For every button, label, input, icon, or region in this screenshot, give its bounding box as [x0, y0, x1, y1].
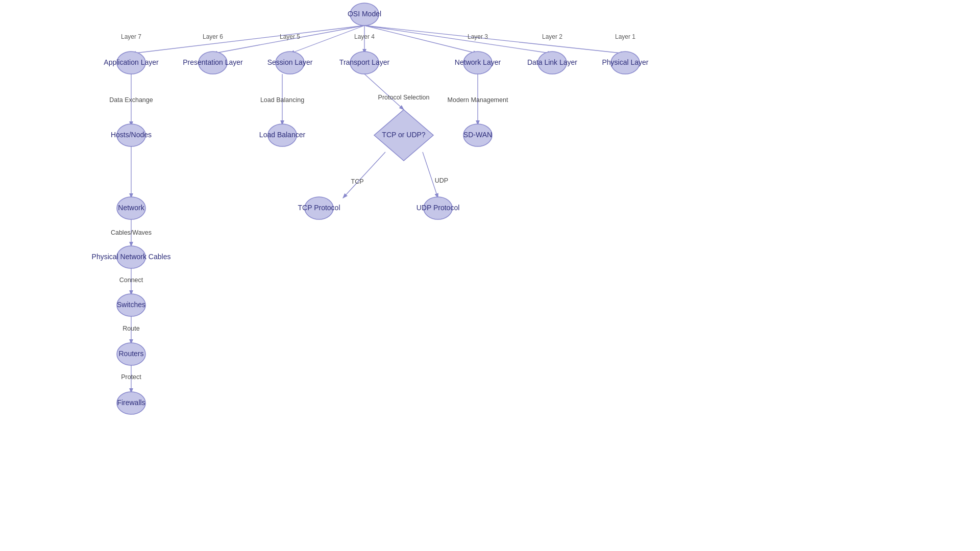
osi-model-label: OSI Model — [348, 10, 381, 18]
layer3-label: Layer 3 — [468, 33, 488, 40]
load-balancing-label: Load Balancing — [260, 96, 304, 104]
physical-network-cables-label: Physical Network Cables — [92, 253, 171, 261]
hosts-nodes-label: Hosts/Nodes — [111, 131, 152, 139]
load-balancer-label: Load Balancer — [259, 131, 306, 139]
udp-protocol-label: UDP Protocol — [416, 204, 460, 212]
transport-to-tcpudp-line — [364, 74, 404, 110]
data-exchange-label: Data Exchange — [109, 96, 153, 104]
layer7-label: Layer 7 — [121, 33, 141, 40]
network-layer-label: Network Layer — [455, 58, 501, 66]
connect-label: Connect — [119, 277, 143, 284]
firewalls-label: Firewalls — [117, 398, 145, 407]
layer1-label: Layer 1 — [615, 33, 635, 40]
tcpudp-to-tcp-line — [343, 152, 385, 198]
sd-wan-label: SD-WAN — [463, 131, 492, 139]
transport-layer-label: Transport Layer — [339, 58, 390, 66]
layer2-label: Layer 2 — [542, 33, 562, 40]
presentation-layer-label: Presentation Layer — [183, 58, 243, 66]
data-link-layer-label: Data Link Layer — [527, 58, 577, 66]
root-to-datalink-line — [364, 26, 552, 54]
network-label: Network — [118, 204, 144, 212]
root-to-physical-line — [364, 26, 625, 54]
routers-label: Routers — [118, 349, 143, 358]
tcp-or-udp-label: TCP or UDP? — [382, 131, 426, 139]
layer5-label: Layer 5 — [280, 33, 300, 40]
tcp-label: TCP — [351, 178, 364, 185]
osi-diagram: Data Exchange Cables/Waves Connect Route… — [0, 0, 980, 551]
tcp-protocol-label: TCP Protocol — [298, 204, 340, 212]
modern-management-label: Modern Management — [448, 96, 508, 104]
physical-layer-label: Physical Layer — [602, 58, 648, 66]
application-layer-label: Application Layer — [104, 58, 159, 66]
udp-label: UDP — [435, 177, 448, 184]
tcpudp-to-udp-line — [423, 152, 438, 198]
root-to-application-line — [131, 26, 364, 54]
layer6-label: Layer 6 — [203, 33, 223, 40]
cables-waves-label: Cables/Waves — [111, 229, 152, 236]
layer4-label: Layer 4 — [354, 33, 375, 40]
protocol-selection-label: Protocol Selection — [378, 94, 430, 101]
protect-label: Protect — [121, 373, 141, 381]
route-label: Route — [122, 325, 139, 332]
switches-label: Switches — [117, 300, 145, 309]
session-layer-label: Session Layer — [267, 58, 313, 66]
root-to-network-line — [364, 26, 478, 54]
